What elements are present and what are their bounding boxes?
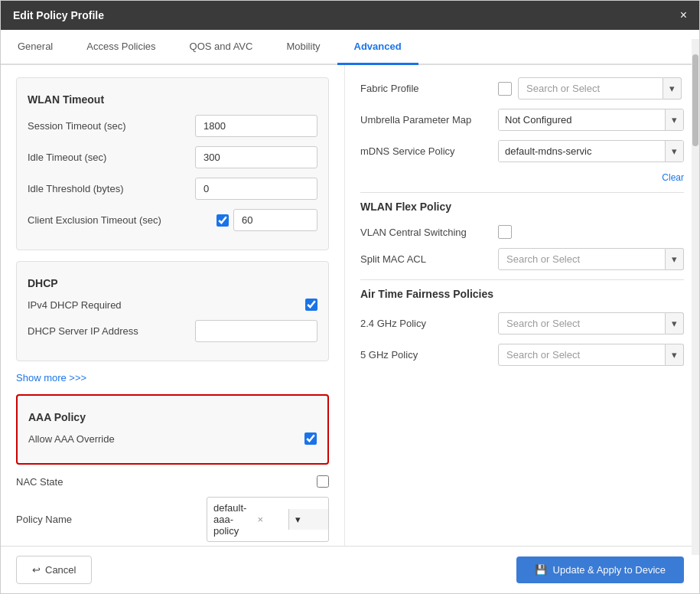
vlan-central-switching-controls — [498, 225, 512, 239]
fabric-profile-controls: ▾ — [498, 77, 682, 100]
idle-threshold-label: Idle Threshold (bytes) — [28, 183, 195, 194]
modal-footer: ↩ Cancel 💾 Update & Apply to Device — [1, 546, 699, 593]
ipv4-dhcp-label: IPv4 DHCP Required — [28, 299, 305, 311]
ghz-5-row: 5 GHz Policy ▾ — [360, 344, 684, 366]
idle-threshold-input[interactable] — [195, 178, 317, 200]
dhcp-section: DHCP IPv4 DHCP Required DHCP Server IP A… — [16, 261, 329, 361]
update-label: Update & Apply to Device — [553, 564, 666, 576]
nac-state-checkbox[interactable] — [317, 475, 329, 488]
fabric-profile-row: Fabric Profile ▾ — [360, 77, 684, 100]
wlan-timeout-section: WLAN Timeout Session Timeout (sec) Idle … — [16, 77, 329, 250]
umbrella-label: Umbrella Parameter Map — [360, 114, 498, 126]
update-apply-button[interactable]: 💾 Update & Apply to Device — [516, 556, 684, 583]
modal-title: Edit Policy Profile — [13, 9, 104, 21]
left-panel: WLAN Timeout Session Timeout (sec) Idle … — [1, 65, 345, 546]
allow-aaa-override-label: Allow AAA Override — [28, 433, 304, 445]
policy-name-label: Policy Name — [16, 514, 207, 525]
allow-aaa-override-row: Allow AAA Override — [28, 432, 317, 445]
ghz-5-dropdown-btn[interactable]: ▾ — [666, 344, 684, 366]
mdns-section: mDNS Service Policy default-mdns-servic … — [360, 140, 684, 183]
wlan-flex-title: WLAN Flex Policy — [360, 201, 684, 216]
ghz-24-row: 2.4 GHz Policy ▾ — [360, 312, 684, 335]
tab-mobility[interactable]: Mobility — [269, 30, 337, 65]
nac-state-label: NAC State — [16, 476, 317, 488]
umbrella-select-input[interactable]: Not Configured — [499, 109, 665, 130]
session-timeout-row: Session Timeout (sec) — [28, 115, 317, 137]
mdns-row: mDNS Service Policy default-mdns-servic … — [360, 140, 684, 162]
scrollbar[interactable] — [692, 65, 699, 546]
allow-aaa-override-checkbox[interactable] — [304, 432, 317, 445]
ghz-5-label: 5 GHz Policy — [360, 349, 498, 361]
fabric-profile-search: ▾ — [518, 77, 682, 100]
tab-access-policies[interactable]: Access Policies — [70, 30, 172, 65]
split-mac-acl-row: Split MAC ACL ▾ — [360, 248, 684, 270]
split-mac-acl-label: Split MAC ACL — [360, 253, 498, 265]
wlan-timeout-title: WLAN Timeout — [28, 93, 317, 106]
content-area: WLAN Timeout Session Timeout (sec) Idle … — [1, 65, 699, 546]
close-button[interactable]: × — [680, 8, 687, 22]
ipv4-dhcp-row: IPv4 DHCP Required — [28, 299, 317, 311]
session-timeout-input[interactable] — [195, 115, 317, 137]
ipv4-dhcp-checkbox[interactable] — [305, 299, 317, 311]
scrollbar-thumb[interactable] — [692, 65, 698, 146]
modal-header: Edit Policy Profile × — [1, 1, 699, 30]
idle-threshold-row: Idle Threshold (bytes) — [28, 178, 317, 200]
right-panel: Fabric Profile ▾ Umbrella Parameter Map … — [345, 65, 699, 546]
split-mac-acl-input[interactable] — [498, 248, 666, 270]
ghz-24-search: ▾ — [498, 312, 684, 335]
idle-timeout-input[interactable] — [195, 146, 317, 168]
split-mac-acl-dropdown-btn[interactable]: ▾ — [666, 248, 684, 270]
mdns-label: mDNS Service Policy — [360, 145, 498, 157]
mdns-clear-link[interactable]: Clear — [662, 172, 684, 183]
dhcp-server-ip-row: DHCP Server IP Address — [28, 320, 317, 342]
client-exclusion-checkbox[interactable] — [217, 214, 229, 227]
policy-name-clear-icon[interactable]: × — [252, 511, 288, 528]
vlan-central-switching-label: VLAN Central Switching — [360, 227, 498, 238]
split-mac-acl-search: ▾ — [498, 248, 684, 270]
mdns-dropdown-arrow[interactable]: ▾ — [665, 141, 683, 162]
show-more-link[interactable]: Show more >>> — [16, 372, 329, 383]
nac-state-row: NAC State — [16, 475, 329, 488]
fabric-profile-input[interactable] — [518, 77, 663, 100]
dhcp-server-ip-input[interactable] — [195, 320, 317, 342]
vlan-central-switching-checkbox[interactable] — [498, 225, 512, 239]
aaa-policy-section: AAA Policy Allow AAA Override — [16, 394, 329, 465]
tab-qos-avc[interactable]: QOS and AVC — [173, 30, 270, 65]
divider-2 — [360, 279, 684, 280]
aaa-policy-title: AAA Policy — [28, 411, 317, 423]
policy-name-dropdown-icon[interactable]: ▾ — [288, 509, 328, 530]
mdns-clear-area: Clear — [360, 171, 684, 183]
fabric-profile-checkbox[interactable] — [498, 82, 512, 96]
dhcp-title: DHCP — [28, 277, 317, 289]
client-exclusion-input[interactable] — [233, 209, 317, 231]
fabric-profile-label: Fabric Profile — [360, 83, 498, 94]
policy-name-row: Policy Name default-aaa-policy × ▾ — [16, 497, 329, 542]
ghz-5-input[interactable] — [498, 344, 666, 366]
ghz-24-input[interactable] — [498, 312, 666, 335]
divider-1 — [360, 192, 684, 193]
air-time-fairness-title: Air Time Fairness Policies — [360, 288, 684, 303]
umbrella-dropdown-arrow[interactable]: ▾ — [665, 109, 683, 130]
client-exclusion-row: Client Exclusion Timeout (sec) — [28, 209, 317, 231]
fabric-profile-dropdown-btn[interactable]: ▾ — [663, 77, 682, 100]
vlan-central-switching-row: VLAN Central Switching — [360, 225, 684, 239]
policy-name-control: default-aaa-policy × ▾ — [207, 497, 329, 542]
tab-general[interactable]: General — [1, 30, 70, 65]
cancel-button[interactable]: ↩ Cancel — [16, 556, 92, 584]
cancel-icon: ↩ — [32, 564, 41, 576]
ghz-24-label: 2.4 GHz Policy — [360, 318, 498, 329]
cancel-label: Cancel — [45, 564, 76, 576]
idle-timeout-label: Idle Timeout (sec) — [28, 152, 195, 163]
policy-name-value: default-aaa-policy — [207, 498, 252, 541]
mdns-select-input[interactable]: default-mdns-servic — [499, 141, 665, 162]
idle-timeout-row: Idle Timeout (sec) — [28, 146, 317, 168]
umbrella-select: Not Configured ▾ — [498, 109, 684, 131]
tab-advanced[interactable]: Advanced — [337, 30, 418, 65]
umbrella-row: Umbrella Parameter Map Not Configured ▾ — [360, 109, 684, 131]
update-icon: 💾 — [535, 564, 547, 576]
edit-policy-modal: Edit Policy Profile × General Access Pol… — [0, 0, 700, 594]
client-exclusion-label: Client Exclusion Timeout (sec) — [28, 214, 217, 226]
ghz-24-dropdown-btn[interactable]: ▾ — [666, 312, 684, 335]
ghz-5-search: ▾ — [498, 344, 684, 366]
mdns-select: default-mdns-servic ▾ — [498, 140, 684, 162]
